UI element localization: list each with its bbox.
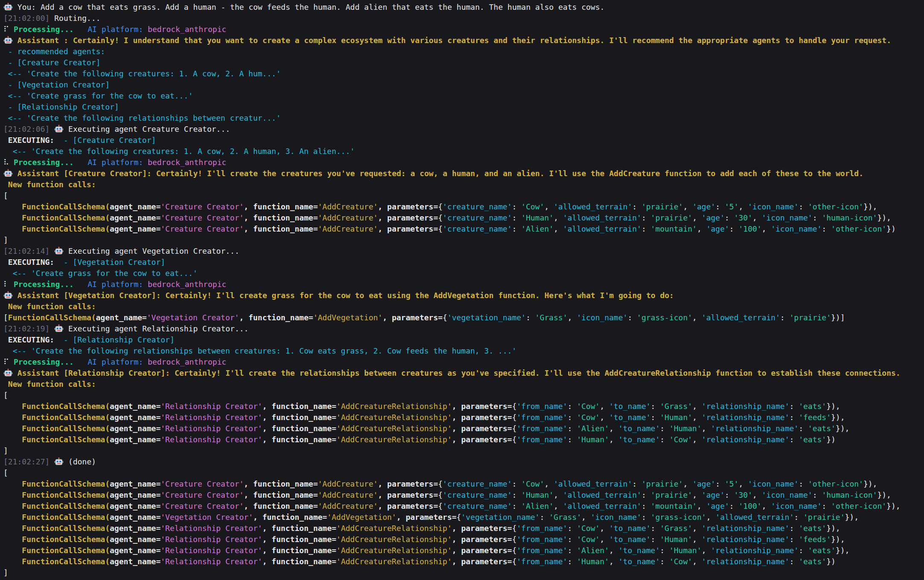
text-segment: FunctionCallSchema( [22,424,110,433]
text-segment: : [729,224,739,233]
text-segment: function_name= [262,513,327,522]
text-segment: AI platform: [87,158,148,167]
text-segment: 'eats' [799,435,826,444]
text-segment: 'AddCreature' [318,502,378,510]
text-segment: : [567,402,577,411]
text-segment: 'mountain' [651,224,697,233]
text-segment: : [642,513,651,522]
text-segment: : [729,502,739,510]
console-line: <-- 'Create the following relationships … [3,113,921,124]
text-segment: : [799,479,808,488]
text-segment: FunctionCallSchema( [22,479,110,488]
text-segment: , [692,535,702,544]
text-segment: 'AddCreatureRelationship' [336,402,452,411]
text-segment: : [512,479,521,488]
text-segment: 'to_name' [618,557,660,566]
console-line: [FunctionCallSchema(agent_name='Vegetati… [3,312,921,323]
text-segment: 'age' [706,502,729,510]
text-segment: 'allowed_terrain' [554,202,632,211]
text-segment: FunctionCallSchema( [22,524,110,533]
text-segment: <-- 'Create the following creatures: 1. … [3,69,281,78]
console-line: FunctionCallSchema(agent_name='Relations… [3,434,921,445]
text-segment: [21:02:06] [3,125,54,133]
text-segment: , [567,313,577,322]
text-segment: New function calls: [3,302,96,311]
text-segment: , [683,202,692,211]
text-segment: 'AddCreatureRelationship' [336,546,452,555]
text-segment: 'Creature Creator' [160,479,244,488]
text-segment: 'Cow' [577,524,600,533]
text-segment: bedrock_anthropic [148,357,226,366]
text-segment: parameters= [387,479,438,488]
text-segment: : [632,202,642,211]
console-line: Assistant [Vegetation Creator]: Certainl… [3,290,921,301]
text-segment: }) [826,435,836,444]
text-segment: [21:02:14] [3,246,54,255]
text-segment: 'Alien' [577,546,609,555]
text-segment: function_name= [248,313,313,322]
terminal-console[interactable]: You: Add a cow that eats grass. Add a hu… [0,0,924,580]
text-segment: , [452,435,461,444]
text-segment: parameters= [461,402,512,411]
console-line: <-- 'Create the following relationships … [3,345,921,357]
text-segment: parameters= [387,213,438,222]
text-segment: 'from_name' [517,413,567,422]
text-segment: 'age' [702,213,725,222]
text-segment: Executing agent Vegetation Creator... [64,246,239,255]
text-segment [3,413,22,422]
console-line: ] [3,235,921,246]
text-segment: : [813,213,822,222]
text-segment: 'Vegetation Creator' [160,513,253,522]
text-segment: EXECUTING: [3,258,64,267]
text-segment: : [642,213,651,222]
text-segment: agent_name= [110,535,160,544]
text-segment: , [396,513,406,522]
console-line: FunctionCallSchema(agent_name='Creature … [3,201,921,212]
text-segment: 'AddCreatureRelationship' [336,557,452,566]
text-segment: : [789,435,799,444]
text-segment: , [452,557,461,566]
console-line: [21:02:00] Routing... [3,13,921,24]
text-segment: : [725,490,734,499]
text-segment: : [512,490,521,499]
text-segment: 'allowed_terrain' [563,213,641,222]
text-segment: agent_name= [110,402,160,411]
text-segment: : [789,535,799,544]
console-line: - [Relationship Creator] [3,102,921,113]
text-segment: 'Alien' [521,502,554,510]
text-segment: 'Relationship Creator' [160,546,262,555]
text-segment: : [660,435,669,444]
console-line: FunctionCallSchema(agent_name='Creature … [3,490,921,501]
text-segment: : [780,313,790,322]
text-segment: : [789,557,799,566]
console-line: <-- 'Create grass for the cow to eat...' [3,90,921,102]
text-segment: { [512,413,517,422]
text-segment: 'Relationship Creator' [160,424,262,433]
console-line: New function calls: [3,379,921,390]
text-segment: 'Human' [669,546,702,555]
console-line: FunctionCallSchema(agent_name='Creature … [3,501,921,512]
text-segment [3,213,22,222]
text-segment: : [567,413,577,422]
text-segment: <-- 'Create grass for the cow to eat...' [3,91,193,100]
text-segment: - [Relationship Creator] [3,102,119,111]
text-segment: parameters= [461,413,512,422]
text-segment: parameters= [387,202,438,211]
text-segment [3,424,22,433]
text-segment: : [632,479,642,488]
text-segment: agent_name= [110,224,160,233]
console-line: FunctionCallSchema(agent_name='Relations… [3,423,921,434]
text-segment: : [660,546,669,555]
text-segment: function_name= [272,402,337,411]
console-line: [21:02:14] Executing agent Vegetation Cr… [3,246,921,257]
text-segment: , [738,202,748,211]
text-segment: , [244,224,253,233]
text-segment: , [452,424,461,433]
console-line: EXECUTING: - [Vegetation Creator] [3,257,921,268]
text-segment: 'allowed_terrain' [563,502,641,510]
text-segment: 'Alien' [577,424,609,433]
console-line: [21:02:06] Executing agent Creature Crea… [3,124,921,135]
text-segment: , [452,524,461,533]
text-segment: , [692,490,702,499]
text-segment: : [540,513,549,522]
